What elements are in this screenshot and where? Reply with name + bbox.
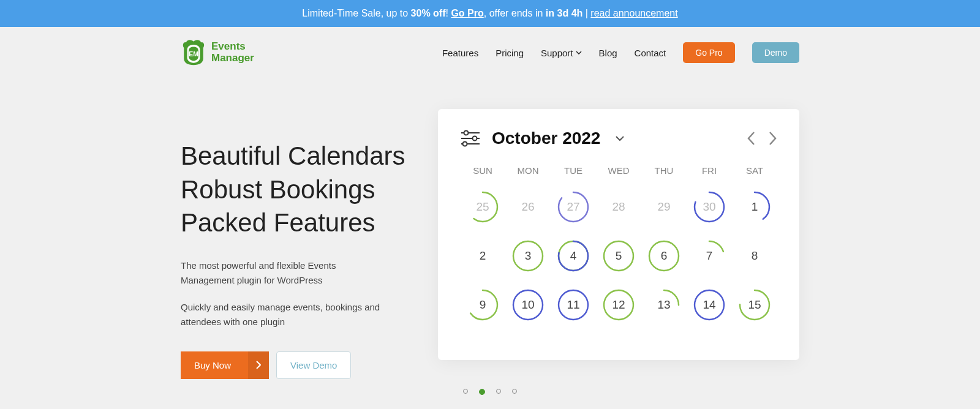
calendar-day[interactable]: 9 bbox=[460, 287, 505, 323]
slider-dot[interactable] bbox=[512, 389, 517, 394]
main-nav: Features Pricing Support Blog Contact Go… bbox=[442, 42, 799, 63]
gopro-button[interactable]: Go Pro bbox=[683, 42, 734, 63]
calendar-day[interactable]: 1 bbox=[732, 189, 777, 225]
logo[interactable]: EM Events Manager bbox=[181, 39, 254, 66]
calendar-day[interactable]: 10 bbox=[505, 287, 551, 323]
calendar-day-header: THU bbox=[641, 165, 687, 176]
nav-support[interactable]: Support bbox=[541, 48, 582, 58]
svg-text:EM: EM bbox=[189, 50, 198, 58]
calendar-day-header: WED bbox=[596, 165, 641, 176]
calendar-day-header: FRI bbox=[687, 165, 732, 176]
announcement-countdown: in 3d 4h bbox=[546, 8, 582, 18]
slider-dot[interactable] bbox=[479, 389, 485, 395]
chevron-down-icon[interactable] bbox=[615, 135, 625, 141]
announcement-discount: 30% off bbox=[411, 8, 446, 18]
calendar-grid: 252627282930123456789101112131415 bbox=[460, 189, 777, 323]
calendar-day[interactable]: 15 bbox=[732, 287, 777, 323]
calendar-day[interactable]: 3 bbox=[505, 238, 551, 274]
calendar-widget: October 2022 SUNMONTUEWEDTHUFRISAT 25262… bbox=[438, 109, 799, 360]
announcement-gopro-link[interactable]: Go Pro bbox=[451, 8, 483, 18]
svg-point-6 bbox=[463, 142, 467, 146]
slider-dots bbox=[0, 389, 980, 395]
slider-dot[interactable] bbox=[463, 389, 468, 394]
logo-text-line1: Events bbox=[211, 41, 254, 53]
calendar-day[interactable]: 29 bbox=[641, 189, 687, 225]
announcement-prefix: Limited-Time Sale, up to bbox=[302, 8, 410, 18]
calendar-day-header: SAT bbox=[732, 165, 777, 176]
hero-description-2: Quickly and easily manage events, bookin… bbox=[181, 300, 389, 329]
svg-point-4 bbox=[473, 137, 477, 141]
svg-point-2 bbox=[464, 131, 469, 135]
logo-icon: EM bbox=[181, 39, 206, 66]
calendar-day[interactable]: 25 bbox=[460, 189, 505, 225]
calendar-day-header: SUN bbox=[460, 165, 505, 176]
calendar-day[interactable]: 6 bbox=[641, 238, 687, 274]
announcement-read-link[interactable]: read announcement bbox=[590, 8, 677, 18]
nav-contact[interactable]: Contact bbox=[635, 48, 666, 58]
hero-description-1: The most powerful and flexible Events Ma… bbox=[181, 258, 389, 288]
view-demo-button[interactable]: View Demo bbox=[276, 351, 351, 379]
calendar-day[interactable]: 28 bbox=[596, 189, 641, 225]
slider-dot[interactable] bbox=[496, 389, 501, 394]
site-header: EM Events Manager Features Pricing Suppo… bbox=[181, 27, 799, 78]
prev-month-button[interactable] bbox=[747, 131, 755, 146]
buy-now-button[interactable]: Buy Now bbox=[181, 351, 269, 379]
calendar-day-header: TUE bbox=[551, 165, 596, 176]
nav-features[interactable]: Features bbox=[442, 48, 478, 58]
filter-icon[interactable] bbox=[460, 129, 481, 148]
announcement-bar: Limited-Time Sale, up to 30% off! Go Pro… bbox=[0, 0, 980, 27]
calendar-day[interactable]: 27 bbox=[551, 189, 596, 225]
calendar-day[interactable]: 5 bbox=[596, 238, 641, 274]
nav-pricing[interactable]: Pricing bbox=[496, 48, 524, 58]
nav-blog[interactable]: Blog bbox=[599, 48, 617, 58]
calendar-day[interactable]: 26 bbox=[505, 189, 551, 225]
calendar-day[interactable]: 11 bbox=[551, 287, 596, 323]
hero-content: Beautiful Calendars Robust Bookings Pack… bbox=[181, 109, 413, 379]
chevron-down-icon bbox=[576, 51, 582, 54]
calendar-day-header: MON bbox=[505, 165, 551, 176]
calendar-day[interactable]: 14 bbox=[687, 287, 732, 323]
hero-section: Beautiful Calendars Robust Bookings Pack… bbox=[181, 109, 799, 379]
calendar-day[interactable]: 7 bbox=[687, 238, 732, 274]
calendar-day[interactable]: 12 bbox=[596, 287, 641, 323]
calendar-month: October 2022 bbox=[492, 129, 600, 148]
next-month-button[interactable] bbox=[769, 131, 777, 146]
hero-title: Beautiful Calendars Robust Bookings Pack… bbox=[181, 140, 413, 240]
calendar-day[interactable]: 8 bbox=[732, 238, 777, 274]
calendar-day[interactable]: 4 bbox=[551, 238, 596, 274]
calendar-day[interactable]: 2 bbox=[460, 238, 505, 274]
logo-text-line2: Manager bbox=[211, 53, 254, 64]
calendar-day[interactable]: 30 bbox=[687, 189, 732, 225]
calendar-day[interactable]: 13 bbox=[641, 287, 687, 323]
demo-button[interactable]: Demo bbox=[752, 42, 799, 63]
calendar-days-header: SUNMONTUEWEDTHUFRISAT bbox=[460, 165, 777, 176]
chevron-right-icon bbox=[248, 351, 269, 379]
